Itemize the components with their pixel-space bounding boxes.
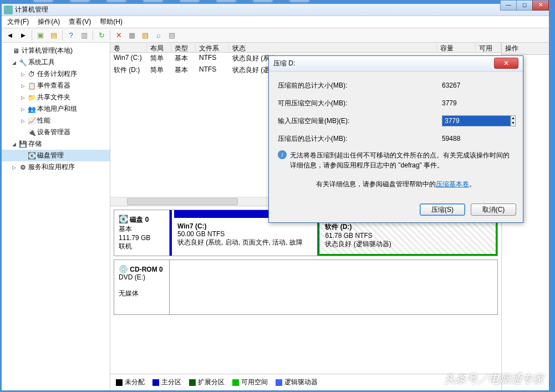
delete-button[interactable]: ✕ [113,29,125,42]
col-filesystem[interactable]: 文件系统 [196,43,229,52]
nav-tree[interactable]: 🖥计算机管理(本地) ◢🔧系统工具 ▷⏱任务计划程序 ▷📋事件查看器 ▷📁共享文… [2,43,110,390]
shrink-dialog: 压缩 D: ✕ 压缩前的总计大小(MB): 63267 可用压缩空间大小(MB)… [268,55,523,223]
tree-task-scheduler[interactable]: ▷⏱任务计划程序 [2,68,110,80]
action1-button[interactable]: ▦ [126,29,138,42]
menu-view[interactable]: 查看(V) [65,16,94,28]
action4-button[interactable]: ▨ [166,29,178,42]
minimize-button[interactable]: — [500,1,517,11]
tree-system-tools[interactable]: ◢🔧系统工具 [2,57,110,68]
menu-action[interactable]: 操作(A) [34,16,63,28]
spin-down-icon[interactable]: ▼ [511,121,515,126]
col-capacity[interactable]: 容量 [437,43,476,52]
refresh-button[interactable]: ↻ [95,29,108,42]
tree-services[interactable]: ▷⚙服务和应用程序 [2,161,110,173]
properties-button[interactable]: ▥ [78,29,90,42]
action3-button[interactable]: ⌕ [152,29,165,42]
toolbar: ◄ ► ▣ ▤ ? ▥ ↻ ✕ ▦ ▧ ⌕ ▨ [2,28,549,43]
disk-icon: 💽 [119,215,128,223]
disk-0-label[interactable]: 💽 磁盘 0 基本 111.79 GB 联机 [114,210,170,256]
nav-back-button[interactable]: ◄ [4,29,16,42]
close-button[interactable]: ✕ [532,1,549,11]
after-size-value: 59488 [442,135,514,142]
help-link[interactable]: 压缩基本卷 [436,180,469,188]
menu-file[interactable]: 文件(F) [4,16,32,28]
before-size-label: 压缩前的总计大小(MB): [278,81,442,90]
volume-list-header[interactable]: 卷 布局 类型 文件系统 状态 容量 可用 [110,43,501,53]
before-size-value: 63267 [442,82,514,89]
scrollbar-thumb[interactable] [127,198,238,205]
window-controls: — ◻ ✕ [501,1,549,11]
show-hide-button[interactable]: ▤ [48,29,60,42]
info-text-1: 无法将卷压缩到超出任何不可移动的文件所在的点。有关完成该操作时间的详细信息，请参… [290,150,514,170]
tree-performance[interactable]: ▷📈性能 [2,115,110,126]
help-button[interactable]: ? [65,29,77,42]
up-button[interactable]: ▣ [34,29,47,42]
col-layout[interactable]: 布局 [147,43,171,52]
shrink-button[interactable]: 压缩(S) [420,203,465,216]
tree-event-viewer[interactable]: ▷📋事件查看器 [2,80,110,91]
dialog-close-button[interactable]: ✕ [494,58,518,69]
shrink-amount-label: 输入压缩空间量(MB)(E): [278,116,442,126]
maximize-button[interactable]: ◻ [516,1,533,11]
nav-forward-button[interactable]: ► [17,29,29,42]
tree-disk-management[interactable]: 💽磁盘管理 [2,150,110,161]
shrink-amount-input[interactable] [442,115,511,126]
col-status[interactable]: 状态 [229,43,437,52]
col-type[interactable]: 类型 [171,43,196,52]
info-text-2: 有关详细信息，请参阅磁盘管理帮助中的压缩基本卷。 [316,179,476,189]
action2-button[interactable]: ▧ [139,29,151,42]
available-shrink-value: 3779 [442,99,514,107]
shrink-amount-spinner[interactable]: ▲▼ [511,115,516,126]
tree-local-users[interactable]: ▷👥本地用户和组 [2,103,110,115]
actions-header: 操作 [502,43,549,55]
tree-device-manager[interactable]: 🔌设备管理器 [2,126,110,138]
cdrom-row: 💿 CD-ROM 0 DVD (E:) 无媒体 [114,259,498,315]
menu-help[interactable]: 帮助(H) [96,16,126,28]
tree-root[interactable]: 🖥计算机管理(本地) [2,45,110,57]
disk-graphical-view: 💽 磁盘 0 基本 111.79 GB 联机 Win7 (C:) 50.00 G… [110,206,501,374]
after-size-label: 压缩后的总计大小(MB): [278,134,442,144]
dialog-titlebar[interactable]: 压缩 D: ✕ [269,56,523,72]
menubar: 文件(F) 操作(A) 查看(V) 帮助(H) [2,16,549,28]
tree-shared-folders[interactable]: ▷📁共享文件夹 [2,91,110,103]
dialog-title: 压缩 D: [273,59,494,68]
cancel-button[interactable]: 取消(C) [471,203,516,216]
titlebar[interactable]: 计算机管理 [2,4,549,16]
app-icon [4,6,13,14]
legend: 未分配 主分区 扩展分区 可用空间 逻辑驱动器 [110,374,501,390]
window-title: 计算机管理 [15,5,547,14]
spin-up-icon[interactable]: ▲ [511,116,515,121]
tree-storage[interactable]: ◢💾存储 [2,138,110,150]
info-icon: i [278,150,287,159]
available-shrink-label: 可用压缩空间大小(MB): [278,99,442,108]
col-free[interactable]: 可用 [476,43,501,52]
col-volume[interactable]: 卷 [110,43,147,52]
cdrom-icon: 💿 [119,264,128,273]
cdrom-label[interactable]: 💿 CD-ROM 0 DVD (E:) 无媒体 [114,260,170,314]
